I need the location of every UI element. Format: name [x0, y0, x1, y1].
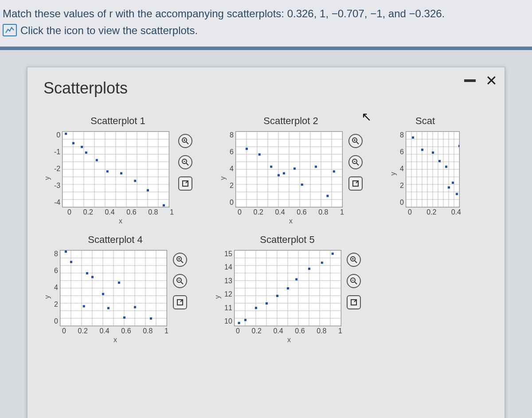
- y-axis-label: y: [43, 176, 51, 180]
- x-axis-label: x: [238, 217, 344, 225]
- scatterplot-2: Scatterplot 2 y 86420 00.20.40.60.81 x: [219, 115, 363, 225]
- scatterplots-dialog: ✕ ↖ Scatterplots Scatterplot 1 y 0-1-2-3…: [27, 66, 505, 418]
- x-axis-label: x: [236, 336, 342, 344]
- svg-line-10: [356, 142, 359, 144]
- expand-icon[interactable]: [347, 295, 361, 309]
- plot-title: Scatterplot 2: [263, 115, 318, 127]
- scatter-canvas-1: [62, 131, 169, 207]
- scatter-canvas-5: [234, 250, 341, 326]
- zoom-in-icon[interactable]: [178, 134, 192, 148]
- y-axis-label: y: [219, 176, 227, 180]
- minimize-icon[interactable]: [464, 79, 476, 82]
- scatterplot-3: Scat y 86420 00.20.4: [389, 115, 461, 225]
- y-axis-label: y: [43, 295, 51, 299]
- zoom-out-icon[interactable]: [348, 155, 363, 169]
- question-line-1: Match these values of r with the accompa…: [3, 6, 529, 21]
- svg-line-5: [186, 163, 188, 165]
- dialog-title: Scatterplots: [43, 79, 489, 98]
- zoom-out-icon[interactable]: [178, 155, 192, 169]
- scatter-canvas-3: [406, 131, 460, 207]
- zoom-in-icon[interactable]: [347, 253, 361, 267]
- svg-line-32: [355, 282, 357, 284]
- plot-tools: [178, 134, 192, 191]
- svg-line-19: [181, 261, 183, 263]
- expand-icon[interactable]: [348, 176, 363, 191]
- expand-icon[interactable]: [173, 295, 187, 309]
- cursor-icon: ↖: [361, 109, 372, 124]
- scatterplot-5: Scatterplot 5 y 151413121110 00.20.40.60…: [214, 234, 361, 344]
- svg-line-23: [181, 282, 183, 284]
- y-axis-label: y: [389, 172, 397, 176]
- scatterplot-4: Scatterplot 4 y 86420 00.20.40.60.81 x: [43, 234, 187, 344]
- scatterplot-1: Scatterplot 1 y 0-1-2-3-4 00.20.40.60.81…: [43, 115, 192, 225]
- close-icon[interactable]: ✕: [485, 74, 497, 88]
- plot-title: Scatterplot 4: [88, 234, 143, 246]
- scatter-canvas-4: [60, 250, 167, 326]
- scatter-canvas-2: [235, 131, 343, 207]
- zoom-out-icon[interactable]: [173, 274, 187, 288]
- x-axis-label: x: [62, 336, 168, 344]
- chart-line-icon[interactable]: [3, 24, 17, 36]
- svg-line-1: [186, 142, 188, 144]
- zoom-in-icon[interactable]: [348, 134, 363, 148]
- y-axis-label: y: [214, 295, 222, 299]
- zoom-out-icon[interactable]: [347, 274, 361, 288]
- question-line-2: Click the icon to view the scatterplots.: [20, 23, 198, 38]
- plot-title: Scatterplot 5: [260, 234, 315, 246]
- plot-title: Scatterplot 1: [90, 115, 145, 127]
- x-axis-label: x: [67, 217, 174, 225]
- question-header: Match these values of r with the accompa…: [0, 0, 532, 50]
- svg-line-14: [356, 163, 359, 165]
- expand-icon[interactable]: [178, 176, 192, 191]
- zoom-in-icon[interactable]: [173, 253, 187, 267]
- plot-title: Scat: [415, 115, 435, 127]
- svg-line-28: [355, 261, 357, 263]
